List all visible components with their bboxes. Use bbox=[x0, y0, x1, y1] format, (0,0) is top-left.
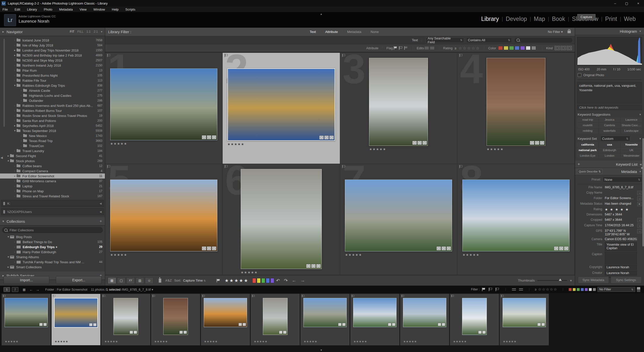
people-view-button[interactable]: ☺ bbox=[145, 277, 153, 284]
keyword-set-button[interactable]: London Eye bbox=[577, 153, 598, 158]
filter-tab-metadata[interactable]: Metadata bbox=[344, 30, 365, 34]
expander-icon[interactable]: ▼ bbox=[7, 256, 10, 258]
grid-cell-7[interactable]: 7★★★★★ bbox=[340, 164, 458, 275]
suggestions-collapse-icon[interactable]: ▼ bbox=[639, 113, 641, 116]
metadata-value[interactable]: Has been changed bbox=[605, 201, 637, 205]
badge-icon[interactable] bbox=[306, 264, 311, 268]
search-input[interactable] bbox=[514, 37, 573, 43]
keyword-set-button[interactable]: Westminster bbox=[621, 153, 642, 158]
kind-copy-icon[interactable] bbox=[561, 46, 566, 50]
thumb-photo[interactable] bbox=[113, 298, 138, 335]
folder-item-coffee-beans[interactable]: ▸Coffee beans12 bbox=[0, 163, 105, 168]
navigator-zoom-2:1[interactable]: 2:1 bbox=[94, 30, 98, 33]
color-swatch-4[interactable] bbox=[520, 46, 525, 50]
badge-icon[interactable] bbox=[436, 246, 441, 250]
folder-item-outlander[interactable]: ▸Outlander286 bbox=[0, 98, 105, 103]
badge-icon[interactable] bbox=[554, 246, 558, 250]
filter-flag-picked-icon[interactable] bbox=[482, 288, 486, 291]
left-panel-scrollbar[interactable] bbox=[4, 39, 5, 127]
filmstrip-rating-stars[interactable]: ☆☆☆☆☆ bbox=[538, 287, 557, 292]
rotate-right-icon[interactable]: ↷ bbox=[284, 278, 288, 283]
metadata-collapse-icon[interactable]: ▼ bbox=[639, 170, 641, 173]
color-swatch-5[interactable] bbox=[589, 288, 592, 291]
photo-yosemite-valley-view[interactable] bbox=[110, 68, 217, 140]
folder-item-northern-ireland-july-2018[interactable]: ▸Northern Ireland July 20182150 bbox=[0, 63, 105, 68]
metadata-header[interactable]: Quick Describe ⇅ Metadata ▼ bbox=[575, 168, 644, 175]
go-to-icon[interactable]: → bbox=[637, 196, 642, 201]
filter-edited-icon[interactable] bbox=[512, 288, 516, 291]
photo-half-dome-clouds[interactable] bbox=[462, 180, 570, 251]
badge-icon[interactable] bbox=[422, 141, 427, 145]
keyword-set-button[interactable]: Yosemite bbox=[621, 142, 642, 147]
add-collection-button[interactable]: + bbox=[100, 219, 102, 224]
thumb-photo[interactable] bbox=[353, 298, 396, 327]
histogram-display[interactable] bbox=[577, 37, 642, 66]
navigator-zoom-1:1[interactable]: 1:1 bbox=[87, 30, 91, 33]
keyword-suggestion-button[interactable]: Cambria bbox=[599, 123, 620, 128]
folder-item-second-flight[interactable]: ►Second Flight41 bbox=[0, 153, 105, 158]
keyword-suggestion-button[interactable]: Landscape bbox=[621, 128, 642, 133]
folder-item-travelcon[interactable]: ▸TravelCon102 bbox=[0, 143, 105, 148]
thumb-photo[interactable] bbox=[263, 298, 288, 335]
expander-icon[interactable]: ▼ bbox=[13, 129, 17, 132]
folder-item-gx8-mirrorless-camera[interactable]: ▸GX8 Mirrorless camera37 bbox=[0, 179, 105, 184]
collection-item-smart-collections[interactable]: ►Smart Collections bbox=[0, 265, 105, 270]
expander-icon[interactable]: ▼ bbox=[7, 160, 10, 162]
menu-help[interactable]: Help bbox=[112, 8, 119, 11]
color-swatch-5[interactable] bbox=[526, 46, 531, 50]
flag-rejected-icon[interactable] bbox=[404, 46, 408, 50]
back-arrow-icon[interactable]: ← bbox=[29, 287, 33, 292]
grid-cell-2[interactable]: 2★★★★★ bbox=[223, 53, 340, 164]
metadata-value[interactable]: Yosemite view of El Capitan bbox=[605, 242, 637, 251]
forward-arrow-icon[interactable]: → bbox=[36, 287, 39, 292]
quick-describe-dropdown[interactable]: Quick Describe ⇅ bbox=[577, 169, 602, 174]
flag-icon[interactable] bbox=[225, 54, 228, 57]
expander-icon[interactable]: ► bbox=[13, 54, 17, 57]
collection-item-edinburgh-day-trips[interactable]: ▸Edinburgh Day Trips +29 bbox=[0, 244, 105, 249]
import-button[interactable]: Import... bbox=[4, 276, 49, 284]
next-photo-icon[interactable]: → bbox=[300, 278, 305, 283]
badge-icon[interactable] bbox=[207, 135, 211, 139]
grid-cell-4[interactable]: 4★★★★★ bbox=[457, 53, 575, 164]
expander-icon[interactable]: ► bbox=[13, 124, 17, 127]
badge-icon[interactable] bbox=[441, 246, 446, 250]
menu-edit[interactable]: Edit bbox=[15, 8, 20, 11]
badge-icon[interactable] bbox=[417, 141, 422, 145]
collection-item-turchik-family-road-trip-texas-and-nm[interactable]: ▸Turchik Family Road Trip Texas and NM .… bbox=[0, 259, 105, 265]
keyword-set-collapse-icon[interactable]: ▼ bbox=[639, 137, 641, 140]
rating-stars-filter[interactable]: ☆☆☆☆☆ bbox=[458, 46, 480, 51]
metadata-value[interactable]: 5467 x 3644 bbox=[605, 212, 637, 216]
metadata-value[interactable] bbox=[605, 190, 637, 191]
menu-file[interactable]: File bbox=[3, 8, 8, 11]
flag-icon[interactable] bbox=[342, 165, 345, 168]
collapse-left-icon[interactable]: ◀ bbox=[100, 202, 102, 205]
menu-metadata[interactable]: Metadata bbox=[59, 8, 73, 11]
collapse-left-icon[interactable]: ◀ bbox=[100, 210, 102, 213]
go-to-icon[interactable]: → bbox=[637, 224, 642, 228]
photo-sequoia-waterfall[interactable] bbox=[487, 58, 545, 146]
collection-item-sharing-albums[interactable]: ▼Sharing Albums bbox=[0, 254, 105, 259]
collections-header[interactable]: ▼ Collections + bbox=[0, 217, 105, 226]
color-swatch-6[interactable] bbox=[531, 46, 536, 50]
photo-meadow-waterfall[interactable] bbox=[241, 169, 322, 269]
folder-item-nc500-and-skye-may-2018[interactable]: ▸NC500 and Skye May 20182507 bbox=[0, 58, 105, 63]
go-to-icon[interactable]: → bbox=[637, 229, 642, 233]
keyword-set-button[interactable]: London bbox=[599, 153, 620, 158]
badge-icon[interactable] bbox=[559, 246, 564, 250]
search-field-dropdown[interactable]: Any Searchable Field⇅ bbox=[426, 37, 464, 43]
metadata-value[interactable]: 5467 x 3644 bbox=[605, 217, 637, 222]
folder-item-stock-photos[interactable]: ▼Stock photos269 bbox=[0, 158, 105, 163]
metadata-value[interactable]: For Editor Screens... bbox=[605, 196, 637, 200]
keyword-set-dropdown[interactable]: Custom⇅ bbox=[600, 136, 630, 141]
grid-cell-1[interactable]: 1★★★★★ bbox=[105, 53, 223, 164]
badge-icon[interactable] bbox=[202, 246, 206, 250]
previous-photo-icon[interactable]: ← bbox=[292, 278, 296, 283]
slider-knob[interactable] bbox=[559, 279, 562, 281]
filter-preset-dropdown[interactable]: No Filter ▾ bbox=[548, 30, 563, 34]
metadata-value[interactable]: Canon EOS 6D #08202... bbox=[605, 237, 637, 241]
close-button[interactable]: × bbox=[632, 0, 644, 7]
filter-tab-attribute[interactable]: Attribute bbox=[322, 30, 341, 34]
badge-icon[interactable] bbox=[412, 141, 417, 145]
keyword-suggestion-button[interactable]: Shasta Cascade bbox=[621, 123, 642, 128]
badge-icon[interactable] bbox=[311, 264, 316, 268]
